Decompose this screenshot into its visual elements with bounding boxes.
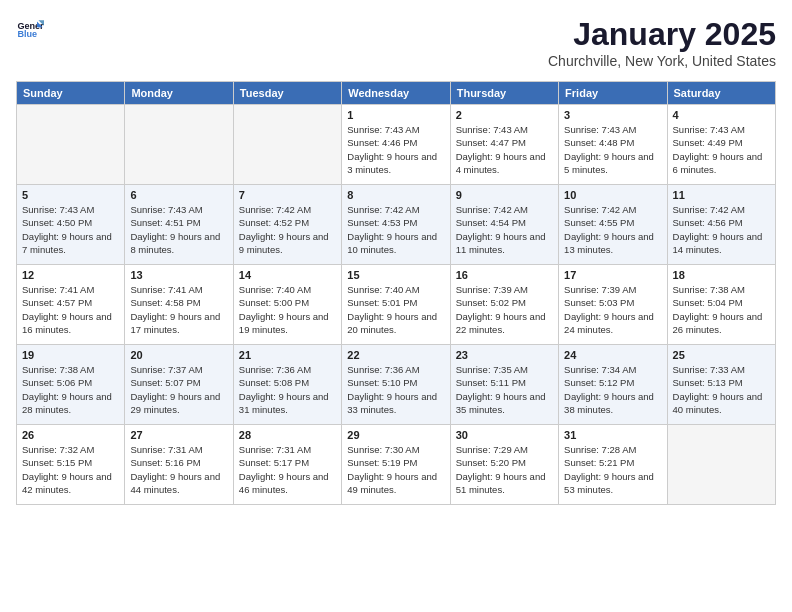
day-cell: 9Sunrise: 7:42 AM Sunset: 4:54 PM Daylig… — [450, 185, 558, 265]
day-number: 2 — [456, 109, 553, 121]
day-number: 13 — [130, 269, 227, 281]
day-cell: 24Sunrise: 7:34 AM Sunset: 5:12 PM Dayli… — [559, 345, 667, 425]
day-info: Sunrise: 7:38 AM Sunset: 5:04 PM Dayligh… — [673, 283, 770, 336]
day-cell: 10Sunrise: 7:42 AM Sunset: 4:55 PM Dayli… — [559, 185, 667, 265]
day-cell: 30Sunrise: 7:29 AM Sunset: 5:20 PM Dayli… — [450, 425, 558, 505]
day-number: 6 — [130, 189, 227, 201]
day-number: 7 — [239, 189, 336, 201]
day-number: 28 — [239, 429, 336, 441]
day-info: Sunrise: 7:43 AM Sunset: 4:51 PM Dayligh… — [130, 203, 227, 256]
col-header-thursday: Thursday — [450, 82, 558, 105]
day-cell: 6Sunrise: 7:43 AM Sunset: 4:51 PM Daylig… — [125, 185, 233, 265]
day-info: Sunrise: 7:31 AM Sunset: 5:16 PM Dayligh… — [130, 443, 227, 496]
day-number: 11 — [673, 189, 770, 201]
day-info: Sunrise: 7:42 AM Sunset: 4:53 PM Dayligh… — [347, 203, 444, 256]
calendar-table: SundayMondayTuesdayWednesdayThursdayFrid… — [16, 81, 776, 505]
day-info: Sunrise: 7:43 AM Sunset: 4:50 PM Dayligh… — [22, 203, 119, 256]
day-number: 30 — [456, 429, 553, 441]
day-info: Sunrise: 7:43 AM Sunset: 4:47 PM Dayligh… — [456, 123, 553, 176]
day-info: Sunrise: 7:43 AM Sunset: 4:46 PM Dayligh… — [347, 123, 444, 176]
week-row-3: 12Sunrise: 7:41 AM Sunset: 4:57 PM Dayli… — [17, 265, 776, 345]
day-info: Sunrise: 7:30 AM Sunset: 5:19 PM Dayligh… — [347, 443, 444, 496]
day-cell: 17Sunrise: 7:39 AM Sunset: 5:03 PM Dayli… — [559, 265, 667, 345]
day-info: Sunrise: 7:42 AM Sunset: 4:54 PM Dayligh… — [456, 203, 553, 256]
day-cell: 7Sunrise: 7:42 AM Sunset: 4:52 PM Daylig… — [233, 185, 341, 265]
day-number: 31 — [564, 429, 661, 441]
day-cell: 27Sunrise: 7:31 AM Sunset: 5:16 PM Dayli… — [125, 425, 233, 505]
day-info: Sunrise: 7:36 AM Sunset: 5:08 PM Dayligh… — [239, 363, 336, 416]
day-number: 15 — [347, 269, 444, 281]
day-number: 29 — [347, 429, 444, 441]
col-header-wednesday: Wednesday — [342, 82, 450, 105]
day-cell: 21Sunrise: 7:36 AM Sunset: 5:08 PM Dayli… — [233, 345, 341, 425]
calendar-subtitle: Churchville, New York, United States — [548, 53, 776, 69]
day-cell: 31Sunrise: 7:28 AM Sunset: 5:21 PM Dayli… — [559, 425, 667, 505]
day-number: 16 — [456, 269, 553, 281]
day-info: Sunrise: 7:29 AM Sunset: 5:20 PM Dayligh… — [456, 443, 553, 496]
day-cell: 14Sunrise: 7:40 AM Sunset: 5:00 PM Dayli… — [233, 265, 341, 345]
day-number: 18 — [673, 269, 770, 281]
day-cell: 11Sunrise: 7:42 AM Sunset: 4:56 PM Dayli… — [667, 185, 775, 265]
day-cell: 12Sunrise: 7:41 AM Sunset: 4:57 PM Dayli… — [17, 265, 125, 345]
day-info: Sunrise: 7:42 AM Sunset: 4:52 PM Dayligh… — [239, 203, 336, 256]
day-number: 12 — [22, 269, 119, 281]
day-number: 8 — [347, 189, 444, 201]
day-number: 1 — [347, 109, 444, 121]
day-cell: 22Sunrise: 7:36 AM Sunset: 5:10 PM Dayli… — [342, 345, 450, 425]
day-number: 9 — [456, 189, 553, 201]
day-cell: 20Sunrise: 7:37 AM Sunset: 5:07 PM Dayli… — [125, 345, 233, 425]
day-info: Sunrise: 7:31 AM Sunset: 5:17 PM Dayligh… — [239, 443, 336, 496]
week-row-1: 1Sunrise: 7:43 AM Sunset: 4:46 PM Daylig… — [17, 105, 776, 185]
day-cell: 16Sunrise: 7:39 AM Sunset: 5:02 PM Dayli… — [450, 265, 558, 345]
day-cell: 29Sunrise: 7:30 AM Sunset: 5:19 PM Dayli… — [342, 425, 450, 505]
day-info: Sunrise: 7:38 AM Sunset: 5:06 PM Dayligh… — [22, 363, 119, 416]
col-header-monday: Monday — [125, 82, 233, 105]
day-number: 5 — [22, 189, 119, 201]
day-number: 10 — [564, 189, 661, 201]
day-cell: 23Sunrise: 7:35 AM Sunset: 5:11 PM Dayli… — [450, 345, 558, 425]
day-info: Sunrise: 7:37 AM Sunset: 5:07 PM Dayligh… — [130, 363, 227, 416]
day-info: Sunrise: 7:34 AM Sunset: 5:12 PM Dayligh… — [564, 363, 661, 416]
day-number: 26 — [22, 429, 119, 441]
day-cell: 2Sunrise: 7:43 AM Sunset: 4:47 PM Daylig… — [450, 105, 558, 185]
day-cell — [667, 425, 775, 505]
day-info: Sunrise: 7:42 AM Sunset: 4:56 PM Dayligh… — [673, 203, 770, 256]
day-info: Sunrise: 7:36 AM Sunset: 5:10 PM Dayligh… — [347, 363, 444, 416]
day-cell: 28Sunrise: 7:31 AM Sunset: 5:17 PM Dayli… — [233, 425, 341, 505]
day-info: Sunrise: 7:39 AM Sunset: 5:03 PM Dayligh… — [564, 283, 661, 336]
day-cell: 18Sunrise: 7:38 AM Sunset: 5:04 PM Dayli… — [667, 265, 775, 345]
col-header-tuesday: Tuesday — [233, 82, 341, 105]
day-cell: 5Sunrise: 7:43 AM Sunset: 4:50 PM Daylig… — [17, 185, 125, 265]
day-info: Sunrise: 7:40 AM Sunset: 5:01 PM Dayligh… — [347, 283, 444, 336]
day-cell: 13Sunrise: 7:41 AM Sunset: 4:58 PM Dayli… — [125, 265, 233, 345]
col-header-friday: Friday — [559, 82, 667, 105]
day-info: Sunrise: 7:32 AM Sunset: 5:15 PM Dayligh… — [22, 443, 119, 496]
logo: General Blue — [16, 16, 44, 44]
day-info: Sunrise: 7:39 AM Sunset: 5:02 PM Dayligh… — [456, 283, 553, 336]
day-cell: 8Sunrise: 7:42 AM Sunset: 4:53 PM Daylig… — [342, 185, 450, 265]
day-number: 23 — [456, 349, 553, 361]
day-info: Sunrise: 7:43 AM Sunset: 4:49 PM Dayligh… — [673, 123, 770, 176]
col-header-sunday: Sunday — [17, 82, 125, 105]
day-number: 22 — [347, 349, 444, 361]
day-cell: 3Sunrise: 7:43 AM Sunset: 4:48 PM Daylig… — [559, 105, 667, 185]
day-number: 3 — [564, 109, 661, 121]
day-cell: 4Sunrise: 7:43 AM Sunset: 4:49 PM Daylig… — [667, 105, 775, 185]
day-info: Sunrise: 7:41 AM Sunset: 4:58 PM Dayligh… — [130, 283, 227, 336]
col-header-saturday: Saturday — [667, 82, 775, 105]
day-number: 24 — [564, 349, 661, 361]
day-info: Sunrise: 7:35 AM Sunset: 5:11 PM Dayligh… — [456, 363, 553, 416]
day-info: Sunrise: 7:42 AM Sunset: 4:55 PM Dayligh… — [564, 203, 661, 256]
title-block: January 2025 Churchville, New York, Unit… — [548, 16, 776, 69]
week-row-2: 5Sunrise: 7:43 AM Sunset: 4:50 PM Daylig… — [17, 185, 776, 265]
day-number: 20 — [130, 349, 227, 361]
day-number: 21 — [239, 349, 336, 361]
header-row: SundayMondayTuesdayWednesdayThursdayFrid… — [17, 82, 776, 105]
logo-icon: General Blue — [16, 16, 44, 44]
week-row-5: 26Sunrise: 7:32 AM Sunset: 5:15 PM Dayli… — [17, 425, 776, 505]
day-info: Sunrise: 7:43 AM Sunset: 4:48 PM Dayligh… — [564, 123, 661, 176]
day-info: Sunrise: 7:28 AM Sunset: 5:21 PM Dayligh… — [564, 443, 661, 496]
day-number: 27 — [130, 429, 227, 441]
day-info: Sunrise: 7:40 AM Sunset: 5:00 PM Dayligh… — [239, 283, 336, 336]
day-cell: 25Sunrise: 7:33 AM Sunset: 5:13 PM Dayli… — [667, 345, 775, 425]
